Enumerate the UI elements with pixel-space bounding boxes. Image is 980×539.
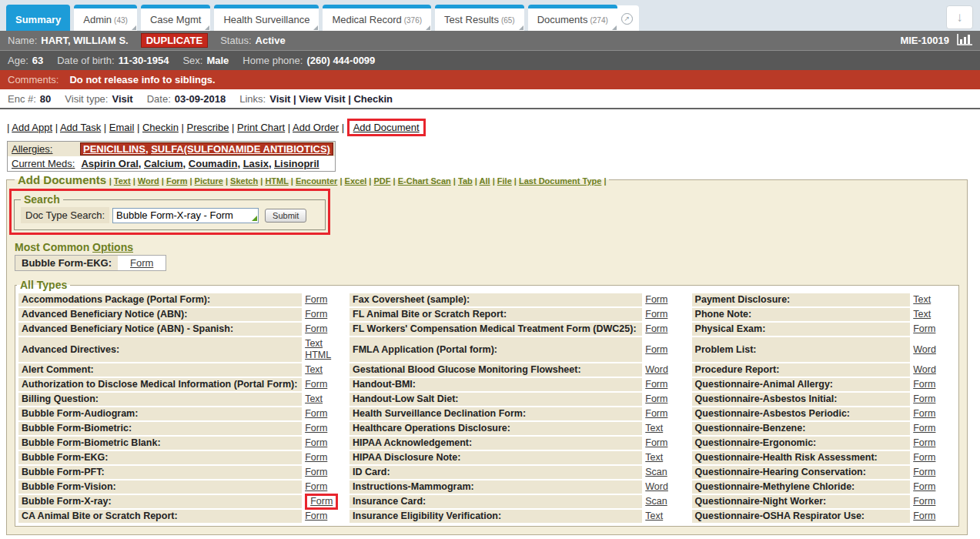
doc-link-questionnaire-night-worker-form[interactable]: Form: [913, 496, 935, 507]
tab-medical-record[interactable]: Medical Record(376): [323, 5, 431, 31]
doc-type-link-html[interactable]: HTML: [265, 176, 288, 186]
doc-type-link-e-chart-scan[interactable]: E-Chart Scan: [398, 176, 451, 186]
tab-popout[interactable]: ↗: [617, 5, 639, 31]
doc-type-link-last-document-type[interactable]: Last Document Type: [519, 176, 601, 186]
submit-button[interactable]: Submit: [265, 209, 306, 223]
tab-case-mgmt[interactable]: Case Mgmt: [141, 5, 210, 31]
doc-link-hipaa-acknowledgement-form[interactable]: Form: [645, 437, 667, 449]
doc-link-problem-list-word[interactable]: Word: [913, 344, 936, 356]
tab-summary[interactable]: Summary: [6, 5, 70, 31]
doc-type-link-pdf[interactable]: PDF: [374, 176, 391, 186]
doc-link-advanced-directives-text[interactable]: Text: [305, 338, 323, 350]
doc-type-label: Bubble Form-Audiogram:: [18, 407, 302, 420]
doc-link-payment-disclosure-text[interactable]: Text: [913, 294, 931, 306]
enc-link-view-visit[interactable]: View Visit: [299, 93, 345, 105]
doc-link-questionnaire-osha-respirator-use-form[interactable]: Form: [913, 511, 935, 522]
doc-link-questionnaire-ergonomic-form[interactable]: Form: [913, 437, 935, 449]
chart-id: MIE-10019: [900, 35, 949, 46]
doc-type-link-file[interactable]: File: [497, 176, 512, 186]
doc-link-billing-question-text[interactable]: Text: [305, 393, 323, 405]
action-link-email[interactable]: Email: [109, 122, 135, 133]
action-link-print-chart[interactable]: Print Chart: [237, 122, 285, 133]
doc-link-insurance-eligibility-verification-text[interactable]: Text: [645, 511, 663, 522]
action-link-prescribe[interactable]: Prescribe: [187, 122, 229, 133]
doc-link-authorization-to-disclose-medical-information-portal-form-form[interactable]: Form: [305, 379, 327, 390]
tab-test-results[interactable]: Test Results(65): [435, 5, 524, 31]
doc-link-advanced-beneficiary-notice-abn-form[interactable]: Form: [305, 309, 327, 320]
enc-link-visit[interactable]: Visit: [269, 93, 290, 105]
doc-link-fmla-application-portal-form-form[interactable]: Form: [645, 344, 667, 356]
doc-type-search-input[interactable]: [112, 208, 259, 223]
current-meds-link[interactable]: Current Meds:: [12, 158, 75, 169]
doc-type-link-excel[interactable]: Excel: [345, 176, 367, 186]
doc-link-bubble-form-biometric-form[interactable]: Form: [305, 423, 327, 434]
doc-type-link-encounter[interactable]: Encounter: [296, 176, 337, 186]
doc-link-id-card-scan[interactable]: Scan: [645, 467, 667, 478]
doc-type-link-word[interactable]: Word: [138, 176, 159, 186]
doc-link-hipaa-disclosure-note-text[interactable]: Text: [645, 452, 663, 464]
doc-type-link-text[interactable]: Text: [114, 176, 131, 186]
doc-link-handout-bmi-form[interactable]: Form: [645, 379, 667, 390]
doc-link-handout-low-salt-diet-form[interactable]: Form: [645, 393, 667, 405]
doc-link-bubble-form-vision-form[interactable]: Form: [305, 481, 327, 493]
action-link-add-appt[interactable]: Add Appt: [12, 122, 52, 133]
doc-type-link-cell: Word: [911, 337, 955, 362]
doc-link-phone-note-text[interactable]: Text: [913, 309, 931, 320]
most-common-link-form[interactable]: Form: [130, 257, 153, 269]
med-link-aspirin-oral[interactable]: Aspirin Oral: [81, 158, 138, 169]
doc-type-link-tab[interactable]: Tab: [458, 176, 473, 186]
med-link-lisinopril[interactable]: Lisinopril: [274, 158, 319, 169]
doc-link-instructions-mammogram-word[interactable]: Word: [645, 481, 668, 493]
doc-link-healthcare-operations-disclosure-text[interactable]: Text: [645, 423, 663, 434]
doc-type-link-sketch[interactable]: Sketch: [230, 176, 258, 186]
doc-link-bubble-form-ekg-form[interactable]: Form: [305, 452, 327, 464]
doc-link-fl-animal-bite-or-scratch-report-form[interactable]: Form: [645, 309, 667, 320]
doc-link-gestational-blood-glucose-monitoring-flowsheet-word[interactable]: Word: [645, 364, 668, 376]
doc-link-advanced-directives-html[interactable]: HTML: [305, 350, 331, 361]
options-link[interactable]: Options: [92, 241, 133, 253]
doc-link-alert-comment-text[interactable]: Text: [305, 364, 323, 376]
doc-link-questionnaire-methylene-chloride-form[interactable]: Form: [913, 481, 935, 493]
action-link-add-document[interactable]: Add Document: [353, 122, 420, 133]
doc-type-label: FMLA Application (Portal form):: [350, 337, 642, 362]
doc-type-link-all[interactable]: All: [480, 176, 490, 186]
doc-link-bubble-form-audiogram-form[interactable]: Form: [305, 408, 327, 420]
doc-link-health-surveillance-declination-form-form[interactable]: Form: [645, 408, 667, 420]
bar-chart-icon[interactable]: [957, 34, 972, 48]
doc-link-questionnaire-benzene-form[interactable]: Form: [913, 423, 935, 434]
doc-link-bubble-form-biometric-blank-form[interactable]: Form: [305, 437, 327, 449]
allergies-row: Allergies: PENICILLINS, SULFA(SULFONAMID…: [8, 142, 335, 156]
doc-link-questionnaire-hearing-conservation-form[interactable]: Form: [913, 467, 935, 478]
action-link-add-order[interactable]: Add Order: [293, 122, 339, 133]
doc-link-fax-coversheet-sample-form[interactable]: Form: [645, 294, 667, 306]
tab-documents[interactable]: Documents(274): [528, 5, 617, 31]
doc-link-bubble-form-x-ray-form[interactable]: Form: [310, 496, 333, 507]
doc-link-advanced-beneficiary-notice-abn-spanish-form[interactable]: Form: [305, 323, 327, 335]
down-arrow-icon[interactable]: ↓: [946, 5, 973, 29]
med-link-calcium[interactable]: Calcium: [144, 158, 183, 169]
doc-type-link-picture[interactable]: Picture: [195, 176, 223, 186]
doc-link-procedure-report-word[interactable]: Word: [913, 364, 936, 376]
doc-link-fl-workers-compensation-medical-treatment-form-dwc25-form[interactable]: Form: [645, 323, 667, 335]
doc-link-questionnaire-health-risk-assessment-form[interactable]: Form: [913, 452, 935, 464]
allergies-link[interactable]: Allergies:: [12, 143, 52, 155]
allergy-link-sulfa-sulfonamide-antibiotics[interactable]: SULFA(SULFONAMIDE ANTIBIOTICS): [151, 143, 330, 155]
doc-link-questionnaire-animal-allergy-form[interactable]: Form: [913, 379, 935, 390]
doc-type-link-form[interactable]: Form: [166, 176, 188, 186]
med-link-coumadin[interactable]: Coumadin: [189, 158, 238, 169]
doc-link-bubble-form-pft-form[interactable]: Form: [305, 467, 327, 478]
med-link-lasix[interactable]: Lasix: [243, 158, 269, 169]
doc-link-physical-exam-form[interactable]: Form: [913, 323, 935, 335]
doc-link-ca-animal-bite-or-scratch-report-form[interactable]: Form: [305, 511, 327, 522]
tab-health-surveillance[interactable]: Health Surveillance: [214, 5, 319, 31]
action-link-add-task[interactable]: Add Task: [60, 122, 101, 133]
doc-link-questionnaire-asbestos-periodic-form[interactable]: Form: [913, 408, 935, 420]
tab-admin[interactable]: Admin(43): [74, 5, 137, 31]
table-row: Bubble Form-X-ray:FormInsurance Card:Sca…: [18, 495, 955, 508]
doc-link-accommodations-package-portal-form-form[interactable]: Form: [305, 294, 327, 306]
enc-link-checkin[interactable]: Checkin: [353, 93, 393, 105]
allergy-link-penicillins[interactable]: PENICILLINS: [83, 143, 145, 155]
doc-link-questionnaire-asbestos-initial-form[interactable]: Form: [913, 393, 935, 405]
doc-link-insurance-card-scan[interactable]: Scan: [645, 496, 667, 507]
action-link-checkin[interactable]: Checkin: [142, 122, 179, 133]
